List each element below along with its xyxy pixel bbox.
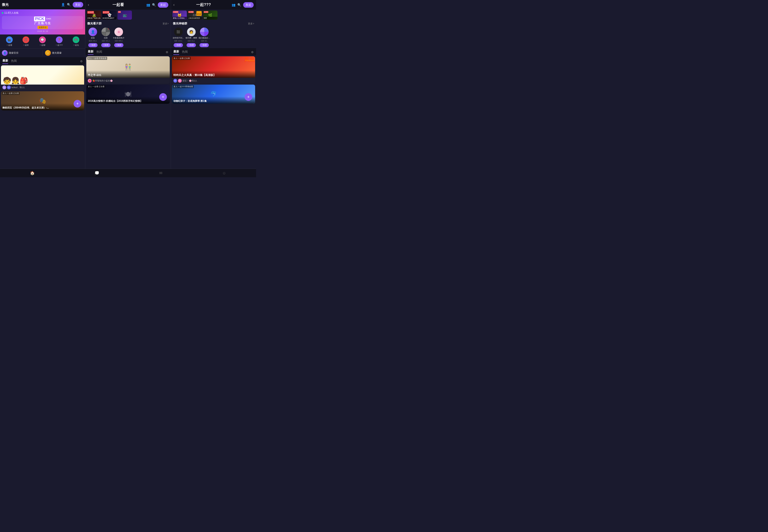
panel1-content: 多人·一起看·正在看 带娃必看，蜡笔小新~第六季-第38集 🧒👧🎒	[0, 64, 85, 169]
video-card-p3-1[interactable]: 多人·一起看·正在看 特种兵之火凤凰：第33集【高清版】 凤凰 PHOENIX …	[172, 56, 255, 84]
tab-latest-p3[interactable]: 最新	[173, 50, 179, 55]
group-avatar-women	[200, 28, 209, 36]
hero-vote: 投票开启	[37, 26, 48, 29]
tab-hot-p2[interactable]: 热闻	[96, 50, 102, 55]
recommend-label-random: 随缘安排	[9, 51, 18, 55]
app-title: 微光	[2, 3, 9, 7]
thumb-horror2[interactable]: 👻 🌡17.5万 欧美恐怖放映厅	[102, 11, 116, 20]
thumb-horror1[interactable]: 🧟 🌡35.6万 恐怖丧尸电影合集	[87, 11, 101, 20]
discover-icon: 💭	[94, 171, 99, 175]
thumb-tv-badge: TV	[118, 11, 121, 13]
group-name-liaotian: 聊天啊，爽啊	[185, 37, 197, 39]
thumb-tuwei[interactable]: 土味 研究所 🌡1458 土味文化研究所	[188, 11, 202, 20]
card-p3-1-title: 特种兵之火凤凰：第33集【高清版】	[173, 73, 254, 77]
nav-label-yiqiting: 一起听	[23, 44, 29, 46]
thumb-cat-badge: 🌡1600	[173, 11, 178, 13]
panel3-faqi[interactable]: 发起	[243, 2, 254, 8]
panel3-back[interactable]: ‹	[173, 3, 174, 7]
search-icon[interactable]: 🔍	[67, 3, 71, 6]
card-p3-2-scene: 🐬	[172, 85, 255, 104]
thumb-horror1-label: 恐怖丧尸电影合集	[87, 17, 101, 20]
nav-yiqiwan[interactable]: 🎮 一起玩	[73, 36, 79, 46]
thumb-cat[interactable]: 🐱 🌡1600 爱猫人士停靠站	[172, 11, 187, 20]
nav-discover[interactable]: 💭	[92, 170, 101, 176]
recommend-random[interactable]: 👤 随缘安排	[2, 50, 40, 56]
video-thumb-p2-2: 多人·一起看·正在看 2019高分惊悚片-饥饿站台【2019西班牙科幻惊悚】 🍽…	[86, 85, 169, 104]
nav-icon-yiqiliao: 💬	[39, 36, 46, 43]
thumb-horror1-emoji: 🧟	[92, 13, 96, 17]
panel3-more[interactable]: 更多>	[248, 22, 254, 25]
panel1-header-icons: 👤 🔍 发起	[61, 2, 83, 7]
tab-latest-p2[interactable]: 最新	[88, 50, 93, 55]
user-icon[interactable]: 👤	[61, 3, 65, 6]
panel2-tabs: 最新 热闻 ⚙	[85, 48, 170, 55]
nav-yiqi-question[interactable]: ❓ 一起???	[56, 36, 63, 46]
panel2-back[interactable]: ‹	[88, 3, 89, 7]
nav-yiqiting[interactable]: 🎵 一起听	[23, 36, 29, 46]
panel3-groups: ⬛ 清华得不到... 活跃·124人 +加群 🧑 聊天啊，爽啊 活跃·21人 +…	[171, 27, 256, 48]
card-p2-1-users: 🍓 🍓草莓味的小盆友🌸	[86, 78, 169, 84]
group-meta-lingchen: 新群·240人	[89, 40, 97, 42]
tab-hot-p3[interactable]: 热闻	[182, 50, 188, 55]
video-thumb-p3-2: 多人·一起???·即将收看 动物纪录片：卧底海豚帮-第1集 🐬	[172, 85, 255, 104]
panel3-user-icon[interactable]: 👥	[232, 3, 236, 7]
video-card-p3-2[interactable]: 多人·一起???·即将收看 动物纪录片：卧底海豚帮-第1集 🐬 +	[172, 85, 255, 104]
online-badge: 11.8万人在线	[2, 11, 83, 15]
panel1-tabs: 最新 热闻 ⚙	[0, 57, 85, 64]
join-women[interactable]: +加群	[200, 43, 209, 47]
online-count: 11.8万人在线	[4, 11, 18, 15]
group-meta-midnight: 活跃·499人	[115, 40, 123, 42]
video-thumb-p3-1: 多人·一起看·正在看 特种兵之火凤凰：第33集【高清版】 凤凰 PHOENIX	[172, 56, 255, 78]
video-card-p2-1[interactable]: 多人·一起看·即将收看 半之半-E01 👫 🍓 🍓草莓味的小盆友🌸	[86, 56, 169, 84]
nav-icon-yiqiwan: 🎮	[73, 36, 79, 43]
tab-latest-p1[interactable]: 最新	[2, 59, 8, 64]
group-name-lingchen: 凌晨	[87, 37, 99, 39]
group-name-midnight: 半夜看恐怖片	[113, 37, 125, 39]
tab-hot-p1[interactable]: 热闻	[11, 59, 17, 64]
nav-profile[interactable]: ☺	[220, 171, 228, 176]
join-liaotian[interactable]: +加群	[186, 43, 196, 47]
nav-home[interactable]: 🏠	[28, 170, 37, 176]
nav-icon-yiqiting: 🎵	[23, 36, 29, 43]
nav-messages[interactable]: ✉	[157, 170, 164, 176]
hero-banner[interactable]: PICK 你♥的 厂主练习生 投票开启	[2, 16, 83, 29]
tuwei-badge-inner: 研究所	[197, 11, 202, 16]
recommend-rich[interactable]: 👑 微光最壕	[45, 50, 83, 56]
card-p3-1-deco2: PHOENIX	[245, 60, 255, 61]
plus-button-3[interactable]: +	[245, 93, 252, 101]
group-ring-youzhi	[108, 28, 110, 29]
thumb-wild-badge: 🌡130	[204, 11, 209, 13]
filter-icon-p3[interactable]: ⚙	[251, 51, 254, 54]
group-meta-qinghua: 活跃·124人	[174, 40, 182, 42]
faqi-button[interactable]: 发起	[73, 2, 83, 7]
plus-button-2[interactable]: +	[159, 93, 167, 101]
panel3-header: ‹ 一起??? 👥 🔍 发起	[171, 0, 256, 10]
panel2-user-icon[interactable]: 👥	[146, 3, 150, 7]
card-p3-1-overlay: 特种兵之火凤凰：第33集【高清版】	[172, 70, 255, 78]
nav-label-yiqi-question: 一起???	[56, 44, 63, 46]
filter-icon-p2[interactable]: ⚙	[166, 51, 168, 54]
panel2-icons: 👥 🔍 发起	[146, 2, 168, 8]
thumb-wild[interactable]: 🌿 🌡130 荒野	[203, 11, 218, 20]
nav-yiqiliao[interactable]: 💬 一起聊	[39, 36, 46, 46]
user-avatar-p3-1: 真	[173, 79, 177, 83]
thumb-tuwei-label: 土味文化研究所	[188, 17, 202, 20]
panel2-faqi[interactable]: 发起	[158, 2, 168, 8]
thumb-bg-p3-1: 多人·一起看·正在看 特种兵之火凤凰：第33集【高清版】 凤凰 PHOENIX	[172, 56, 255, 78]
filter-icon-p1[interactable]: ⚙	[80, 60, 83, 63]
thumb-tv[interactable]: 📺 TV	[117, 11, 132, 20]
join-youzhi[interactable]: +加群	[101, 43, 110, 47]
panel3-search-icon[interactable]: 🔍	[238, 3, 241, 7]
video-card-1[interactable]: 多人·一起看·正在看 带娃必看，蜡笔小新~第六季-第38集 🧒👧🎒	[1, 65, 84, 90]
join-midnight[interactable]: +加群	[114, 43, 123, 47]
video-card-p2-2[interactable]: 多人·一起看·正在看 2019高分惊悚片-饥饿站台【2019西班牙科幻惊悚】 🍽…	[86, 85, 169, 104]
panel2-search-icon[interactable]: 🔍	[152, 3, 156, 7]
thumb-horror2-label: 欧美恐怖放映厅	[102, 17, 116, 20]
panel2-more[interactable]: 更多>	[162, 22, 169, 25]
join-lingchen[interactable]: +加群	[88, 43, 98, 47]
video-card-2[interactable]: 多人·一起看·正在看 御前四宝（2004年刘仪伟、赵文卓主演）-... 🎭 +	[1, 91, 84, 110]
user-avatar-p2-1: 🍓	[88, 79, 92, 83]
nav-yiqikan[interactable]: 🎬 一起看	[6, 36, 13, 46]
join-qinghua[interactable]: +加群	[173, 43, 183, 47]
panel2-content: 多人·一起看·即将收看 半之半-E01 👫 🍓 🍓草莓味的小盆友🌸	[85, 55, 170, 169]
